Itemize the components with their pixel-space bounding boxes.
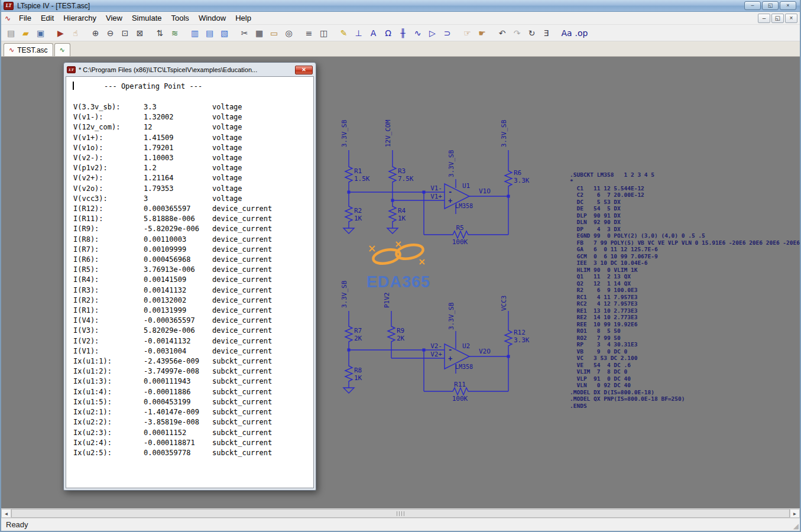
menu-item[interactable]: Window <box>194 12 231 24</box>
inductor-tool-button[interactable]: ∿ <box>410 27 425 40</box>
zoom-out-button[interactable]: ⊖ <box>103 27 118 40</box>
ground-symbol[interactable] <box>387 228 398 233</box>
resistor-R4[interactable] <box>389 204 396 223</box>
ground-symbol[interactable] <box>343 228 354 233</box>
scroll-right-arrow[interactable]: ► <box>790 509 800 518</box>
save-button[interactable]: ▣ <box>33 27 48 40</box>
component-value[interactable]: 7.5K <box>398 175 414 183</box>
minimize-button[interactable]: – <box>744 1 761 10</box>
tile-vertical-button[interactable]: ▥ <box>187 27 202 40</box>
net-label[interactable]: 12V_COM <box>384 119 392 147</box>
component-value[interactable]: 1K <box>398 215 406 222</box>
component-ref[interactable]: R3 <box>398 167 406 175</box>
resistor-R8[interactable] <box>345 364 352 383</box>
component-ref[interactable]: R5 <box>456 224 463 232</box>
net-label[interactable]: VCC3 <box>500 296 508 312</box>
component-part[interactable]: LM358 <box>455 364 473 370</box>
title-bar[interactable]: LT LTspice IV - [TEST.asc] – ◱ × <box>1 0 800 12</box>
component-ref[interactable]: R4 <box>398 207 406 215</box>
component-value[interactable]: 3.3K <box>514 177 530 184</box>
mdi-close-button[interactable]: × <box>785 14 797 23</box>
net-label[interactable]: V1O <box>479 187 491 195</box>
op-window-close-button[interactable]: ✕ <box>295 66 313 74</box>
net-label[interactable]: V2+ <box>430 351 442 358</box>
component-ref[interactable]: R1 <box>354 167 362 175</box>
net-label[interactable]: V1+ <box>430 193 442 200</box>
restore-button[interactable]: ◱ <box>762 1 779 10</box>
resistor-R1[interactable] <box>345 164 352 184</box>
capacitor-tool-button[interactable]: ╫ <box>395 27 410 40</box>
print-preview-button[interactable]: ◫ <box>316 27 331 40</box>
zoom-in-button[interactable]: ⊕ <box>88 27 103 40</box>
diode-tool-button[interactable]: ▷ <box>425 27 440 40</box>
wire-tool-button[interactable]: ✎ <box>336 27 351 40</box>
net-label[interactable]: 3.3V_SB <box>340 280 348 308</box>
net-label[interactable]: V1- <box>430 184 442 192</box>
close-button[interactable]: × <box>780 1 796 10</box>
menu-item[interactable]: File <box>14 12 36 24</box>
component-value[interactable]: 3.3K <box>514 336 530 344</box>
spice-directive-button[interactable]: .op <box>574 27 589 40</box>
component-ref[interactable]: R11 <box>454 381 466 388</box>
scrollbar-thumb[interactable] <box>11 509 790 518</box>
net-label[interactable]: V2O <box>479 348 491 355</box>
component-tool-button[interactable]: ⊃ <box>440 27 455 40</box>
component-value[interactable]: 2K <box>354 335 362 342</box>
component-ref[interactable]: R7 <box>354 327 362 335</box>
cascade-button[interactable]: ▧ <box>217 27 232 40</box>
ground-tool-button[interactable]: ⊥ <box>351 27 366 40</box>
net-label[interactable]: 3.3V_SB <box>340 119 348 147</box>
resistor-R5[interactable] <box>450 231 470 238</box>
paste-button[interactable]: ▭ <box>267 27 281 40</box>
tab-waveform[interactable]: ∿ <box>54 43 70 56</box>
component-value[interactable]: 100K <box>452 395 468 403</box>
ground-symbol[interactable] <box>343 388 354 393</box>
tab-test-asc[interactable]: ∿ TEST.asc <box>4 43 53 56</box>
net-label[interactable]: P1V2 <box>383 293 391 309</box>
op-window-title-bar[interactable]: LT * C:\Program Files (x86)\LTC\LTspiceI… <box>66 64 314 76</box>
run-button[interactable]: ▶ <box>53 27 68 40</box>
mdi-restore-button[interactable]: ◱ <box>771 14 784 23</box>
rotate-button[interactable]: ↻ <box>524 27 539 40</box>
new-schematic-button[interactable]: ▤ <box>4 27 18 40</box>
drag-tool-button[interactable]: ☛ <box>475 27 489 40</box>
resistor-R2[interactable] <box>345 204 352 223</box>
menu-item[interactable]: Simulate <box>127 12 167 24</box>
spice-netlist[interactable]: .SUBCKT LM358 1 2 3 4 5* C1 11 12 5.544E… <box>570 151 800 409</box>
zoom-area-button[interactable]: ⊡ <box>118 27 132 40</box>
print-button[interactable]: ≡ <box>301 27 316 40</box>
component-ref[interactable]: R6 <box>514 169 521 177</box>
net-label[interactable]: V2- <box>430 342 442 350</box>
net-label[interactable]: 3.3V_SB <box>447 150 455 177</box>
component-part[interactable]: LM358 <box>455 203 473 209</box>
halt-button[interactable]: ☝ <box>68 27 83 40</box>
scroll-left-arrow[interactable]: ◄ <box>1 509 11 518</box>
component-value[interactable]: 2K <box>397 335 405 342</box>
net-label[interactable]: 3.3V_SB <box>447 302 455 330</box>
component-ref[interactable]: U2 <box>462 342 470 350</box>
plot-settings-button[interactable]: ≋ <box>167 27 182 40</box>
resistor-R11[interactable] <box>450 388 470 395</box>
component-value[interactable]: 1K <box>354 374 362 382</box>
component-ref[interactable]: R2 <box>354 207 362 215</box>
label-tool-button[interactable]: A <box>366 27 381 40</box>
mirror-button[interactable]: Ǝ <box>539 27 554 40</box>
mdi-minimize-button[interactable]: – <box>758 14 770 23</box>
component-ref[interactable]: R9 <box>397 327 404 335</box>
resistor-R6[interactable] <box>505 168 512 188</box>
open-button[interactable]: ▰ <box>18 27 33 40</box>
resistor-R12[interactable] <box>505 328 512 348</box>
undo-button[interactable]: ↶ <box>495 27 510 40</box>
menu-item[interactable]: Help <box>231 12 256 24</box>
component-ref[interactable]: R12 <box>514 329 526 336</box>
menu-item[interactable]: Tools <box>167 12 194 24</box>
menu-item[interactable]: View <box>101 12 127 24</box>
text-tool-button[interactable]: Aa <box>559 27 574 40</box>
copy-button[interactable]: ▦ <box>252 27 267 40</box>
autorange-button[interactable]: ⇅ <box>153 27 167 40</box>
resistor-R3[interactable] <box>389 164 396 184</box>
component-ref[interactable]: R8 <box>354 366 362 374</box>
resistor-R9[interactable] <box>388 324 395 343</box>
horizontal-scrollbar[interactable]: ◄ ► <box>1 508 800 518</box>
resistor-tool-button[interactable]: Ω <box>381 27 395 40</box>
